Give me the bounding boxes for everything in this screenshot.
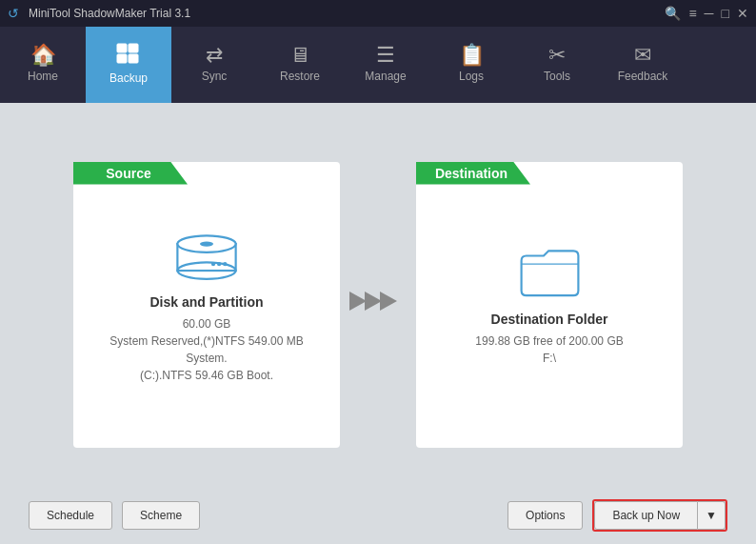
svg-rect-1 [129, 44, 138, 52]
source-title: Disk and Partition [149, 294, 263, 310]
disk-icon [173, 226, 240, 283]
svg-rect-0 [117, 44, 127, 52]
destination-panel[interactable]: Destination Destination Folder 199.88 GB… [416, 162, 683, 448]
svg-rect-2 [117, 54, 127, 63]
nav-label-sync: Sync [202, 70, 228, 83]
backup-now-group: Back up Now ▼ [592, 499, 727, 532]
nav-item-logs[interactable]: 📋 Logs [428, 27, 514, 103]
nav-label-logs: Logs [459, 70, 484, 83]
destination-header: Destination [416, 162, 530, 185]
panels-row: Source Disk and Partition 60.00 GB Syste… [29, 122, 727, 487]
tools-icon: ✂ [548, 45, 566, 66]
folder-icon [519, 243, 581, 300]
backup-now-button[interactable]: Back up Now [594, 501, 698, 530]
nav-item-sync[interactable]: ⇄ Sync [171, 27, 257, 103]
app-icon: ↺ [8, 6, 23, 21]
bottom-bar: Schedule Scheme Options Back up Now ▼ [0, 487, 756, 544]
nav-label-manage: Manage [365, 70, 406, 83]
minimize-icon[interactable]: ─ [705, 6, 714, 21]
nav-bar: 🏠 Home Backup ⇄ Sync 🖥 Restore ☰ M [0, 27, 756, 103]
title-bar-text: MiniTool ShadowMaker Trial 3.1 [29, 7, 665, 20]
menu-icon[interactable]: ≡ [688, 6, 696, 21]
title-bar-controls: 🔍 ≡ ─ □ ✕ [665, 6, 748, 21]
bottom-right: Options Back up Now ▼ [507, 499, 727, 532]
schedule-button[interactable]: Schedule [29, 501, 112, 530]
nav-item-manage[interactable]: ☰ Manage [343, 27, 428, 103]
backup-now-dropdown[interactable]: ▼ [698, 501, 726, 530]
destination-title: Destination Folder [491, 312, 608, 327]
home-icon: 🏠 [30, 45, 56, 66]
options-button[interactable]: Options [507, 501, 583, 530]
source-subtitle: 60.00 GB System Reserved,(*)NTFS 549.00 … [92, 315, 321, 384]
restore-icon: 🖥 [289, 45, 310, 66]
arrow-section [340, 282, 416, 327]
source-panel[interactable]: Source Disk and Partition 60.00 GB Syste… [73, 162, 340, 448]
close-icon[interactable]: ✕ [737, 6, 748, 21]
svg-point-10 [211, 261, 215, 265]
svg-point-9 [217, 261, 221, 265]
scheme-button[interactable]: Scheme [122, 501, 200, 530]
feedback-icon: ✉ [634, 45, 651, 66]
title-bar: ↺ MiniTool ShadowMaker Trial 3.1 🔍 ≡ ─ □… [0, 0, 756, 27]
nav-label-backup: Backup [109, 71, 148, 85]
nav-label-restore: Restore [280, 70, 320, 83]
backup-icon [116, 43, 141, 68]
nav-item-home[interactable]: 🏠 Home [0, 27, 86, 103]
nav-label-tools: Tools [544, 70, 570, 83]
search-icon[interactable]: 🔍 [665, 6, 681, 21]
svg-point-8 [223, 261, 227, 265]
logs-icon: 📋 [459, 45, 485, 66]
svg-marker-11 [349, 292, 367, 311]
maximize-icon[interactable]: □ [722, 6, 729, 21]
source-header: Source [73, 162, 188, 185]
nav-item-backup[interactable]: Backup [86, 27, 171, 103]
nav-item-restore[interactable]: 🖥 Restore [257, 27, 343, 103]
main-container: 🏠 Home Backup ⇄ Sync 🖥 Restore ☰ M [0, 27, 756, 544]
svg-point-7 [200, 241, 213, 246]
nav-label-home: Home [28, 70, 58, 83]
svg-rect-3 [129, 54, 138, 63]
forward-arrows [349, 282, 407, 327]
nav-item-feedback[interactable]: ✉ Feedback [600, 27, 686, 103]
nav-item-tools[interactable]: ✂ Tools [514, 27, 600, 103]
bottom-left: Schedule Scheme [29, 501, 507, 530]
svg-marker-13 [380, 292, 397, 311]
manage-icon: ☰ [376, 45, 395, 66]
sync-icon: ⇄ [206, 45, 223, 66]
content-area: Source Disk and Partition 60.00 GB Syste… [0, 103, 756, 487]
destination-subtitle: 199.88 GB free of 200.00 GB F:\ [475, 332, 623, 367]
svg-marker-12 [365, 292, 382, 311]
nav-label-feedback: Feedback [618, 70, 668, 83]
